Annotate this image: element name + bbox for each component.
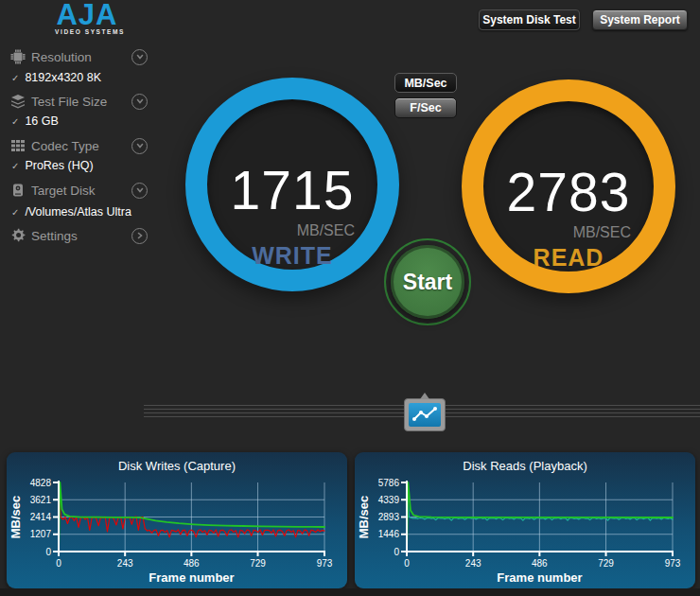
svg-text:2414: 2414 <box>30 512 52 522</box>
sidebar-item-label: Settings <box>31 229 131 243</box>
aja-logo: AJA VIDEO SYSTEMS <box>49 2 125 35</box>
check-icon: ✓ <box>11 207 19 218</box>
read-speed-value: 2783 <box>483 161 654 223</box>
sidebar-item-label: Test File Size <box>31 95 131 109</box>
test-file-size-value: ✓ 16 GB <box>11 114 163 128</box>
svg-text:243: 243 <box>465 558 481 569</box>
svg-text:1446: 1446 <box>378 529 400 539</box>
disk-writes-chart-panel: Disk Writes (Capture)0120724143621482802… <box>7 452 347 588</box>
layers-icon <box>9 94 26 110</box>
sidebar-item-test-file-size[interactable]: Test File Size <box>9 92 151 111</box>
read-speed-unit: MB/SEC <box>573 224 631 241</box>
svg-text:243: 243 <box>117 558 133 569</box>
check-icon: ✓ <box>11 73 19 83</box>
read-gauge-label: READ <box>483 244 654 272</box>
mb-per-sec-button[interactable]: MB/Sec <box>394 73 457 93</box>
start-button-label: Start <box>403 270 452 295</box>
svg-text:0: 0 <box>56 558 61 569</box>
disk-reads-chart-panel: Disk Reads (Playback)0144628934339578602… <box>355 452 695 588</box>
svg-text:0: 0 <box>404 558 410 569</box>
monitor-icon-notch <box>420 393 429 399</box>
write-speed-gauge: 1715 MB/SEC WRITE <box>185 78 399 291</box>
bottom-strip <box>0 588 700 596</box>
svg-text:1207: 1207 <box>30 529 52 539</box>
svg-text:0: 0 <box>394 547 399 557</box>
start-button[interactable]: Start <box>384 238 471 325</box>
chevron-down-icon[interactable] <box>131 138 148 154</box>
check-icon: ✓ <box>11 116 19 127</box>
disk-reads-chart: Disk Reads (Playback)0144628934339578602… <box>355 452 695 588</box>
svg-text:486: 486 <box>532 558 548 569</box>
write-gauge-label: WRITE <box>207 242 377 270</box>
aja-logo-subtext: VIDEO SYSTEMS <box>49 28 125 35</box>
disk-writes-chart: Disk Writes (Capture)0120724143621482802… <box>7 452 347 588</box>
sidebar-item-label: Target Disk <box>31 184 131 198</box>
chevron-down-icon[interactable] <box>131 94 148 110</box>
sidebar-item-resolution[interactable]: Resolution <box>9 47 151 66</box>
sidebar-item-label: Codec Type <box>31 139 131 153</box>
start-button-face[interactable]: Start <box>391 245 464 319</box>
resolution-value: ✓ 8192x4320 8K <box>11 71 163 84</box>
codec-type-value: ✓ ProRes (HQ) <box>11 159 163 172</box>
gear-icon <box>9 228 26 244</box>
disk-icon <box>9 183 26 199</box>
svg-text:Frame number: Frame number <box>497 570 582 585</box>
svg-text:4339: 4339 <box>378 495 400 505</box>
chevron-down-icon[interactable] <box>131 49 148 65</box>
chart-monitor-icon[interactable] <box>404 398 446 431</box>
sidebar-item-codec-type[interactable]: Codec Type <box>9 136 151 155</box>
write-speed-unit: MB/SEC <box>297 222 355 239</box>
svg-text:729: 729 <box>250 558 266 569</box>
write-speed-value: 1715 <box>207 159 377 221</box>
svg-text:4828: 4828 <box>30 478 52 488</box>
svg-text:973: 973 <box>665 558 681 569</box>
sidebar-item-target-disk[interactable]: Target Disk <box>9 181 151 200</box>
svg-text:Disk Writes (Capture): Disk Writes (Capture) <box>118 459 236 473</box>
svg-text:Frame number: Frame number <box>149 570 234 585</box>
frames-per-sec-button[interactable]: F/Sec <box>394 97 457 118</box>
svg-text:973: 973 <box>317 558 333 569</box>
svg-text:3621: 3621 <box>30 495 52 505</box>
chevron-down-icon[interactable] <box>131 183 148 199</box>
chevron-right-icon[interactable] <box>131 228 148 244</box>
target-disk-value: ✓ /Volumes/Atlas Ultra <box>11 205 163 219</box>
read-speed-gauge: 2783 MB/SEC READ <box>462 79 675 293</box>
chart-monitor-screen <box>409 403 441 427</box>
svg-text:2893: 2893 <box>378 512 400 522</box>
check-icon: ✓ <box>11 161 19 171</box>
svg-text:0: 0 <box>45 547 51 557</box>
codec-grid-icon <box>9 138 26 154</box>
svg-text:729: 729 <box>598 558 614 569</box>
svg-text:MB/sec: MB/sec <box>357 496 371 539</box>
system-report-button[interactable]: System Report <box>592 9 688 30</box>
sidebar-item-settings[interactable]: Settings <box>9 226 151 245</box>
svg-text:MB/sec: MB/sec <box>9 496 23 539</box>
chip-icon <box>9 49 26 65</box>
aja-logo-text: AJA <box>49 2 125 28</box>
svg-text:486: 486 <box>184 558 200 569</box>
system-disk-test-button[interactable]: System Disk Test <box>479 9 580 30</box>
svg-text:5786: 5786 <box>378 478 400 488</box>
svg-text:Disk Reads (Playback): Disk Reads (Playback) <box>463 459 587 473</box>
sidebar-item-label: Resolution <box>31 50 131 64</box>
